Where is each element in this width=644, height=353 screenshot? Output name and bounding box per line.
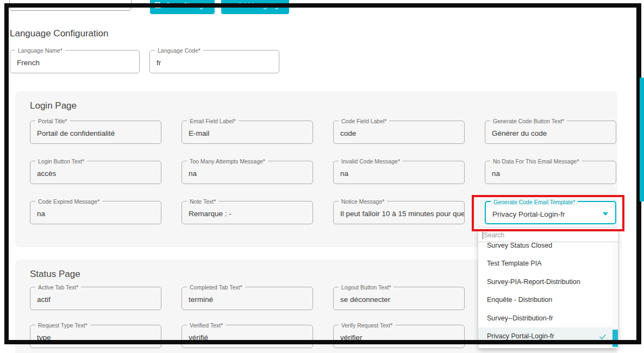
option-label: Survey--Distribution-fr xyxy=(487,314,553,322)
search-placeholder: Search xyxy=(484,231,504,239)
option-label: Enquête - Distribution xyxy=(487,296,552,304)
field-label: Verify Request Text* xyxy=(339,322,395,329)
login-button-text-field[interactable]: Login Button Text* accès xyxy=(30,161,161,184)
dropdown-option-selected[interactable]: Privacy Portal-Login-fr xyxy=(478,327,612,346)
field-label: Invalid Code Message* xyxy=(339,158,403,165)
save-changes-button[interactable]: Save Changes xyxy=(150,0,215,14)
field-label: Note Text* xyxy=(187,198,218,205)
option-label: Test Template PIA xyxy=(487,260,542,267)
save-changes-label: Save Changes xyxy=(166,2,210,9)
field-label: Notice Message* xyxy=(339,198,387,205)
field-label: Completed Tab Text* xyxy=(187,284,245,291)
dropdown-option[interactable]: Enquête - Distribution xyxy=(478,291,612,310)
field-label: Portal Title* xyxy=(35,118,70,124)
chevron-down-icon[interactable] xyxy=(603,212,608,216)
field-label: Email Field Label* xyxy=(187,118,239,124)
notice-message-field[interactable]: Notice Message* Il peut falloir 10 à 15 … xyxy=(333,201,465,224)
language-code-field[interactable]: Language Code* fr xyxy=(149,50,279,73)
select-label: Generate Code Email Template* xyxy=(491,199,578,205)
option-label: Privacy Portal-Login-fr xyxy=(487,332,554,340)
language-name-field[interactable]: Language Name* French xyxy=(10,50,140,73)
save-icon xyxy=(154,2,161,9)
code-field-label-field[interactable]: Code Field Label* code xyxy=(333,121,465,144)
add-language-label: Add Language xyxy=(238,2,282,9)
dropdown-scrollbar-track[interactable] xyxy=(612,243,618,348)
login-page-section: Login Page Portal Title* Portail de conf… xyxy=(15,91,617,247)
dropdown-option[interactable]: Survey Status Closed xyxy=(478,243,612,255)
dropdown-option[interactable]: Test Template PIA xyxy=(478,255,612,273)
field-label: Too Many Attempts Message* xyxy=(187,158,268,165)
option-label: Survey Status Closed xyxy=(487,243,552,249)
verify-request-text-field[interactable]: Verify Request Text* vérifier xyxy=(333,325,465,348)
request-type-text-field[interactable]: Request Type Text* type xyxy=(30,325,161,348)
no-data-email-message-field[interactable]: No Data For This Email Message* na xyxy=(485,161,616,184)
field-label: Code Expired Message* xyxy=(35,198,102,205)
language-code-label: Language Code* xyxy=(155,47,203,54)
active-tab-text-field[interactable]: Active Tab Text* actif xyxy=(30,287,161,310)
field-label: Login Button Text* xyxy=(35,158,87,165)
page-scrollbar-thumb[interactable] xyxy=(640,78,644,201)
dropdown-option[interactable]: Survey-PIA-Report-Distribution xyxy=(478,273,612,291)
generate-code-button-text-field[interactable]: Generate Code Button Text* Générer du co… xyxy=(485,121,616,144)
add-language-button[interactable]: + Add Language xyxy=(221,0,289,14)
dropdown-search-input[interactable]: Search xyxy=(478,229,618,242)
field-label: Request Type Text* xyxy=(35,322,90,329)
language-name-label: Language Name* xyxy=(15,47,65,54)
completed-tab-text-field[interactable]: Completed Tab Text* terminé xyxy=(182,287,313,310)
option-label: Survey-PIA-Report-Distribution xyxy=(487,278,580,286)
checkmark-icon xyxy=(598,332,607,341)
verified-text-field[interactable]: Verified Text* vérifié xyxy=(182,325,313,348)
field-label: Code Field Label* xyxy=(339,118,389,124)
login-fields-grid: Portal Title* Portail de confidentialité… xyxy=(30,121,617,224)
email-field-label-field[interactable]: Email Field Label* E-mail xyxy=(182,121,313,144)
dropdown-options-list: Survey Status Closed Test Template PIA S… xyxy=(478,243,612,348)
login-page-title: Login Page xyxy=(30,100,617,112)
field-label: Active Tab Text* xyxy=(35,284,81,291)
code-expired-message-field[interactable]: Code Expired Message* na xyxy=(30,201,161,224)
too-many-attempts-field[interactable]: Too Many Attempts Message* na xyxy=(182,161,313,184)
plus-icon: + xyxy=(228,1,233,10)
field-label: Logout Button Text* xyxy=(339,284,393,291)
field-label: Generate Code Button Text* xyxy=(490,118,567,124)
invalid-code-message-field[interactable]: Invalid Code Message* na xyxy=(333,161,465,184)
note-text-field[interactable]: Note Text* Remarque : - xyxy=(182,201,313,224)
field-label: No Data For This Email Message* xyxy=(490,158,582,165)
logout-button-text-field[interactable]: Logout Button Text* se déconnecter xyxy=(333,287,465,310)
page-title: Language Configuration xyxy=(10,28,108,39)
dropdown-scrollbar-thumb[interactable] xyxy=(612,330,618,347)
generate-code-email-template-select[interactable]: Generate Code Email Template* Privacy Po… xyxy=(485,201,616,224)
text-caret xyxy=(483,232,483,239)
dropdown-option[interactable]: Survey--Distribution-fr xyxy=(478,309,612,327)
frame-border-left xyxy=(4,3,9,344)
template-dropdown-panel: Search Survey Status Closed Test Templat… xyxy=(478,229,618,348)
field-label: Verified Text* xyxy=(187,322,226,329)
language-search-input[interactable] xyxy=(9,0,132,11)
portal-title-field[interactable]: Portal Title* Portail de confidentialité xyxy=(30,121,161,144)
